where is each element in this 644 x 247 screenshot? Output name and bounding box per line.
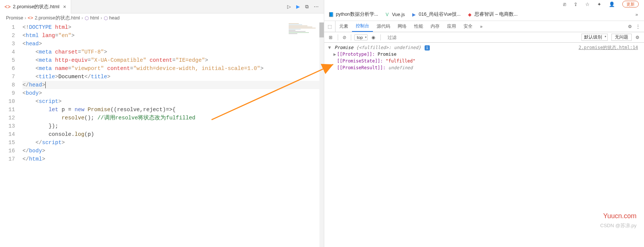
- bookmark-label: 思睿智训 – 电商数...: [474, 11, 517, 18]
- more-actions-icon[interactable]: ⋯: [314, 4, 319, 9]
- breadcrumb-separator: ›: [100, 15, 102, 21]
- devtools-pane: ⎚ ⇪ ☆ ✦ 👤 更新 📘python数据分析学...VVue.js▶016_…: [324, 0, 644, 247]
- console-object-label: Promise: [334, 45, 353, 50]
- profile-icon[interactable]: 👤: [609, 1, 615, 7]
- inspect-icon[interactable]: ⬚: [324, 21, 335, 32]
- devtools-tab[interactable]: 元素: [335, 21, 352, 32]
- editor-scrollbar[interactable]: [319, 22, 324, 247]
- star-icon[interactable]: ☆: [585, 1, 590, 7]
- console-content[interactable]: ▼ Promise {<fulfilled>: undefined} i 2.p…: [324, 43, 644, 247]
- issues-button[interactable]: 无问题: [611, 34, 632, 41]
- bookmark-favicon: 📘: [328, 12, 334, 18]
- split-editor-icon[interactable]: ⧉: [305, 4, 309, 10]
- code-area[interactable]: 1234567891011121314151617 <!DOCTYPE html…: [0, 22, 324, 247]
- breadcrumb-item[interactable]: head: [109, 15, 120, 21]
- expand-toggle-icon[interactable]: ▼: [327, 44, 332, 51]
- source-link[interactable]: 2.promise的状态.html:14: [578, 44, 641, 51]
- console-property-row[interactable]: ▶[[Prototype]]: Promise: [324, 51, 644, 58]
- sidebar-toggle-icon[interactable]: ⊞: [326, 32, 335, 42]
- line-gutter: 1234567891011121314151617: [0, 22, 22, 247]
- bookmark-favicon: ◆: [467, 12, 473, 18]
- context-selector[interactable]: top: [354, 34, 368, 40]
- property-key: [[PromiseState]]:: [337, 58, 383, 64]
- property-value: Promise: [377, 52, 397, 57]
- bookmark-label: python数据分析学...: [336, 11, 378, 18]
- breadcrumb-separator: ›: [82, 15, 83, 21]
- symbol-icon: ⬡: [104, 15, 108, 21]
- html-file-icon: <>: [4, 4, 10, 10]
- live-expression-icon[interactable]: ◉: [369, 35, 377, 40]
- console-settings-icon[interactable]: ⚙: [633, 35, 642, 40]
- expand-toggle-icon[interactable]: ▶: [332, 51, 337, 58]
- breadcrumb-item[interactable]: Promise: [6, 15, 23, 21]
- bookmark-favicon: V: [384, 12, 390, 18]
- tab-filename: 2.promise的状态.html: [13, 3, 59, 10]
- bookmark-overflow-icon[interactable]: »: [633, 12, 640, 17]
- console-message[interactable]: ▼ Promise {<fulfilled>: undefined} i 2.p…: [324, 44, 644, 51]
- more-menu-icon[interactable]: ⋮: [636, 24, 640, 29]
- filter-input[interactable]: [386, 34, 578, 41]
- devtools-tab[interactable]: 控制台: [352, 21, 373, 32]
- log-level-selector[interactable]: 默认级别: [581, 34, 608, 41]
- tab-actions: ▷ ▶ ⧉ ⋯: [282, 4, 324, 10]
- more-tabs-icon[interactable]: »: [476, 21, 486, 32]
- tab-bar: <> 2.promise的状态.html × ▷ ▶ ⧉ ⋯: [0, 0, 324, 13]
- breadcrumb: Promise › <> 2.promise的状态.html › ⬡ html …: [0, 13, 324, 22]
- devtools-tab[interactable]: 内存: [427, 21, 443, 32]
- breadcrumb-separator: ›: [25, 15, 26, 21]
- watermark: Yuucn.com: [603, 212, 637, 220]
- bookmark-item[interactable]: 📘python数据分析学...: [328, 11, 378, 18]
- devtools-tab[interactable]: 网络: [394, 21, 410, 32]
- update-button[interactable]: 更新: [622, 1, 639, 7]
- cast-icon[interactable]: ⎚: [563, 1, 566, 7]
- expand-toggle-icon[interactable]: [332, 58, 337, 64]
- share-icon[interactable]: ⇪: [574, 1, 578, 7]
- expand-toggle-icon[interactable]: [332, 64, 337, 71]
- watermark: CSDN @苏凉.py: [600, 222, 637, 229]
- devtools-tab[interactable]: 应用: [443, 21, 460, 32]
- run-debug-icon[interactable]: ▶: [296, 4, 300, 9]
- bookmark-item[interactable]: ◆思睿智训 – 电商数...: [467, 11, 517, 18]
- editor-tab[interactable]: <> 2.promise的状态.html ×: [0, 0, 71, 13]
- devtools-tab[interactable]: 性能: [410, 21, 427, 32]
- bookmark-bar: 📘python数据分析学...VVue.js▶016_尚硅谷Vue技...◆思睿…: [324, 8, 644, 21]
- bookmark-favicon: ▶: [411, 12, 417, 18]
- run-icon[interactable]: ▷: [287, 4, 291, 9]
- clear-console-icon[interactable]: ⊘: [341, 35, 348, 40]
- property-key: [[Prototype]]:: [337, 52, 375, 57]
- code-content[interactable]: <!DOCTYPE html><html lang="en"><head> <m…: [22, 22, 324, 247]
- property-key: [[PromiseResult]]:: [337, 65, 386, 70]
- console-property-row[interactable]: [[PromiseResult]]: undefined: [324, 64, 644, 71]
- minimap[interactable]: [289, 23, 322, 46]
- bookmark-item[interactable]: VVue.js: [384, 12, 405, 18]
- devtools-tab[interactable]: 源代码: [373, 21, 394, 32]
- tab-close-icon[interactable]: ×: [63, 4, 66, 10]
- info-badge-icon[interactable]: i: [425, 45, 430, 51]
- symbol-icon: ⬡: [85, 15, 89, 21]
- extension-icon[interactable]: ✦: [597, 1, 601, 7]
- property-value: "fulfilled": [386, 58, 415, 64]
- breadcrumb-item[interactable]: html: [90, 15, 99, 21]
- editor-pane: <> 2.promise的状态.html × ▷ ▶ ⧉ ⋯ Promise ›…: [0, 0, 324, 247]
- console-toolbar: ⊞ ⊘ top ◉ 默认级别 无问题 ⚙: [324, 32, 644, 43]
- settings-gear-icon[interactable]: ⚙: [628, 24, 632, 29]
- bookmark-label: 016_尚硅谷Vue技...: [419, 11, 461, 18]
- breadcrumb-item[interactable]: 2.promise的状态.html: [35, 15, 80, 21]
- browser-toolbar: ⎚ ⇪ ☆ ✦ 👤 更新: [324, 0, 644, 8]
- devtools-tab[interactable]: 安全: [460, 21, 476, 32]
- bookmark-label: Vue.js: [392, 12, 405, 17]
- devtools-tabs: ⬚ 元素控制台源代码网络性能内存应用安全 » ⚙ ⋮: [324, 21, 644, 32]
- bookmark-item[interactable]: ▶016_尚硅谷Vue技...: [411, 11, 461, 18]
- html-file-icon: <>: [28, 15, 33, 21]
- property-value: undefined: [388, 65, 413, 70]
- console-property-row[interactable]: [[PromiseState]]: "fulfilled": [324, 58, 644, 64]
